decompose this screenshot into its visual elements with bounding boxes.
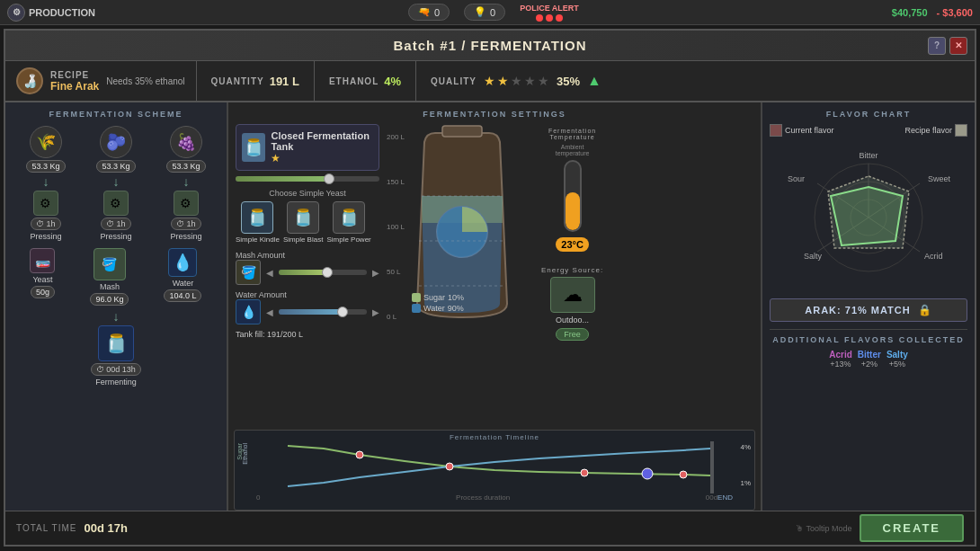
water-item: 💧 Water 104.0 L xyxy=(164,248,201,302)
bullets-pill: 🔫 0 xyxy=(408,4,450,21)
recipe-bar: 🍶 RECIPE Fine Arak Needs 35% ethanol QUA… xyxy=(5,61,975,102)
water-thumb[interactable] xyxy=(337,307,348,317)
thermometer xyxy=(564,160,582,232)
l-50: 50 L xyxy=(387,268,401,276)
quality-section: QUALITY ★ ★ ★ ★ ★ 35% ▲ xyxy=(416,61,616,101)
radar-svg: Bitter Sweet Acrid Salty Sour xyxy=(770,142,967,293)
star-4: ★ xyxy=(524,74,536,88)
arrow-2: ↓ xyxy=(113,174,120,189)
tank-fill-label: Tank fill: 191/200 L xyxy=(236,330,379,339)
window-controls: ? ✕ xyxy=(928,37,967,55)
timeline-title: Fermentation Timeline xyxy=(235,431,754,441)
timeline-svg xyxy=(270,441,719,493)
pct-1: 1% xyxy=(740,479,751,487)
create-button[interactable]: CREATE xyxy=(860,514,964,542)
police-dots xyxy=(520,14,579,22)
game-icon: ⚙ xyxy=(7,4,25,22)
water-icon: 💧 xyxy=(236,299,261,324)
water-left-arrow[interactable]: ◀ xyxy=(266,307,273,317)
police-alert: POLICE ALERT xyxy=(520,4,579,22)
end-label: END xyxy=(717,493,733,502)
close-button[interactable]: ✕ xyxy=(949,37,967,55)
mash-track[interactable] xyxy=(279,270,367,275)
energy-icon: ☁ xyxy=(550,277,595,313)
press-3: ⚙ ⏱ 1h Pressing xyxy=(170,191,201,241)
yeast-option-2[interactable]: 🫙 Simple Blast xyxy=(283,201,323,244)
svg-text:Salty: Salty xyxy=(804,252,823,261)
total-time-area: TOTAL TIME 00d 17h xyxy=(16,521,128,535)
water-right-arrow[interactable]: ▶ xyxy=(372,307,379,317)
mash-item: 🪣 Mash 96.0 Kg xyxy=(90,248,129,306)
flavor-legend: Current flavor Recipe flavor xyxy=(770,124,967,137)
flavor-chart-title: FLAVOR CHART xyxy=(770,110,967,119)
current-swatch xyxy=(770,124,782,137)
tank-name: Closed Fermentation Tank xyxy=(271,130,373,152)
recipe-flavor-legend: Recipe flavor xyxy=(904,124,967,137)
mash-row: 🪣 ◀ ▶ xyxy=(236,260,379,285)
right-panel: FLAVOR CHART Current flavor Recipe flavo… xyxy=(761,102,975,514)
dot-2 xyxy=(546,14,553,22)
fermentation-title: FERMENTATION SETTINGS xyxy=(236,110,753,119)
svg-point-5 xyxy=(356,451,363,458)
ethanol-section: ETHANOL 4% xyxy=(315,61,416,101)
yeast-item: 🧫 Yeast 50g xyxy=(30,248,55,298)
water-label: Water Amount xyxy=(236,290,379,299)
energy-name: Outdoo... xyxy=(541,315,603,324)
current-flavor-legend: Current flavor xyxy=(770,124,834,137)
mash-thumb[interactable] xyxy=(322,267,333,278)
fermenting-item: 🫙 ⏱ 00d 13h Fermenting xyxy=(13,325,219,387)
yeast-options: 🫙 Simple Kindle 🫙 Simple Blast 🫙 Simple … xyxy=(236,201,379,244)
svg-point-8 xyxy=(642,468,653,479)
qty-1: 53.3 Kg xyxy=(26,160,65,173)
window-title-bar: Batch #1 / FERMENTATION ? ✕ xyxy=(5,31,975,61)
press-1: ⚙ ⏱ 1h Pressing xyxy=(30,191,61,241)
timeline-labels: 0 Process duration 00d END xyxy=(238,493,751,502)
top-bar: ⚙ PRODUCTION 🔫 0 💡 0 POLICE ALERT $40,75… xyxy=(0,0,980,25)
ambient-label: Ambient temperature xyxy=(548,144,597,156)
mash-left-arrow[interactable]: ◀ xyxy=(266,268,273,278)
mash-fill xyxy=(279,270,327,275)
ingredient-icon-2: 🫐 xyxy=(100,126,132,158)
svg-text:Bitter: Bitter xyxy=(859,151,878,160)
settings-top: 🫙 Closed Fermentation Tank ★ Choos xyxy=(236,124,753,341)
energy-source: Energy Source: ☁ Outdoo... Free xyxy=(541,266,603,341)
recipe-info: RECIPE Fine Arak xyxy=(50,70,99,93)
yeast-option-3[interactable]: 🫙 Simple Power xyxy=(326,201,370,244)
free-badge: Free xyxy=(556,328,589,341)
time-2: ⏱ 1h xyxy=(101,218,130,230)
dot-3 xyxy=(556,14,563,22)
top-center: 🔫 0 💡 0 POLICE ALERT xyxy=(408,4,579,22)
flavor-tags: Acrid +13% Bitter +2% Salty +5% xyxy=(770,350,967,369)
svg-marker-20 xyxy=(831,187,903,245)
money-delta: - $3,600 xyxy=(937,7,973,18)
total-label: TOTAL TIME xyxy=(16,523,76,533)
yeast-icon-2: 🫙 xyxy=(287,201,319,234)
match-text: ARAK: 71% MATCH xyxy=(805,305,910,315)
tank-box[interactable]: 🫙 Closed Fermentation Tank ★ xyxy=(236,124,379,171)
tank-slider-fill xyxy=(236,176,329,182)
main-window: Batch #1 / FERMENTATION ? ✕ 🍶 RECIPE Fin… xyxy=(4,29,976,547)
svg-point-7 xyxy=(581,469,588,476)
temp-label: Fermentation Temperature xyxy=(548,128,597,140)
jar-legend: Sugar 10% Water 90% xyxy=(412,293,464,313)
time-1: ⏱ 1h xyxy=(31,218,60,230)
temperature-area: Fermentation Temperature Ambient tempera… xyxy=(541,128,603,341)
water-track[interactable] xyxy=(279,309,367,315)
qty-3: 53.3 Kg xyxy=(166,160,205,173)
therm-fill xyxy=(566,192,580,230)
final-arrow: ↓ xyxy=(13,309,219,324)
mash-right-arrow[interactable]: ▶ xyxy=(372,268,379,278)
yeast-option-1[interactable]: 🫙 Simple Kindle xyxy=(236,201,280,244)
match-bar: ARAK: 71% MATCH 🔒 xyxy=(770,298,967,322)
tank-slider-track[interactable] xyxy=(236,176,379,182)
ingredient-1: 🌾 53.3 Kg xyxy=(26,126,65,173)
tank-slider-wrap xyxy=(236,176,379,182)
ethanol-value: 4% xyxy=(384,75,401,88)
help-button[interactable]: ? xyxy=(928,37,946,55)
svg-text:Sour: Sour xyxy=(788,174,805,183)
tank-icon: 🫙 xyxy=(242,133,265,162)
star-1: ★ xyxy=(484,74,495,88)
process-duration-label: Process duration xyxy=(260,493,705,502)
yeast-choose-label: Choose Simple Yeast xyxy=(236,189,379,198)
tank-slider-thumb[interactable] xyxy=(324,173,334,184)
